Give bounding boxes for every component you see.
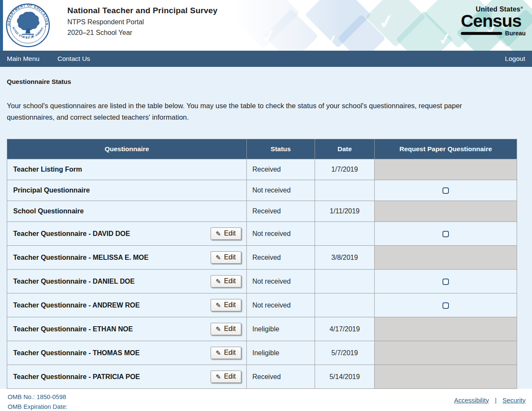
column-header-questionnaire: Questionnaire (7, 139, 247, 159)
request-paper-cell (375, 365, 517, 389)
status-value: Not received (247, 230, 315, 238)
questionnaire-name: Teacher Questionnaire - DANIEL DOE (13, 278, 135, 285)
status-value: Ineligible (247, 325, 315, 333)
questionnaire-name: Teacher Questionnaire - ETHAN NOE (13, 325, 133, 333)
nav-main-menu[interactable]: Main Menu (7, 55, 40, 63)
request-paper-cell (375, 222, 517, 246)
status-value: Received (247, 166, 315, 173)
nav-contact-us[interactable]: Contact Us (58, 55, 90, 63)
request-paper-cell (375, 317, 517, 341)
questionnaire-status-table: Questionnaire Status Date Request Paper … (7, 139, 517, 389)
edit-button[interactable]: ✎ Edit (211, 371, 241, 383)
status-value: Not received (247, 278, 315, 285)
table-row: Teacher Questionnaire - DANIEL DOE ✎ Edi… (7, 270, 517, 293)
edit-button-label: Edit (224, 277, 236, 285)
section-heading: Questionnaire Status (7, 78, 525, 85)
edit-button[interactable]: ✎ Edit (211, 299, 241, 311)
request-paper-checkbox[interactable] (442, 279, 449, 285)
request-paper-cell (375, 246, 517, 270)
edit-button-label: Edit (224, 230, 236, 237)
request-paper-checkbox[interactable] (442, 187, 449, 194)
school-year-label: 2020–21 School Year (67, 29, 217, 37)
date-value: 4/17/2019 (315, 317, 375, 341)
edit-button-label: Edit (224, 325, 236, 333)
pencil-icon: ✎ (216, 278, 221, 285)
date-value (315, 270, 375, 293)
column-header-date: Date (315, 139, 375, 159)
page-title: National Teacher and Principal Survey (67, 6, 217, 15)
questionnaire-name: Principal Questionnaire (13, 187, 90, 194)
status-value: Received (247, 254, 315, 262)
edit-button[interactable]: ✎ Edit (211, 323, 241, 335)
edit-button[interactable]: ✎ Edit (211, 251, 241, 264)
request-paper-cell (375, 201, 517, 222)
security-link[interactable]: Security (503, 397, 526, 404)
date-value: 5/7/2019 (315, 341, 375, 365)
status-value: Not received (247, 302, 315, 309)
status-value: Received (247, 373, 315, 381)
request-paper-cell (375, 270, 517, 293)
census-logo-bar (461, 32, 502, 35)
column-header-status: Status (247, 139, 315, 159)
questionnaire-name: Teacher Questionnaire - MELISSA E. MOE (13, 254, 148, 262)
date-value: 3/8/2019 (315, 246, 375, 270)
table-row: Teacher Questionnaire - ANDREW ROE ✎ Edi… (7, 293, 517, 317)
table-row: Teacher Questionnaire - MELISSA E. MOE ✎… (7, 246, 517, 270)
registered-mark: ® (520, 6, 523, 10)
request-paper-checkbox[interactable] (442, 231, 449, 237)
status-value: Not received (247, 187, 315, 194)
seal-star-right: ✦ (44, 25, 46, 28)
portal-subtitle: NTPS Respondent Portal (67, 18, 217, 26)
page-footer: OMB No.: 1850-0598 OMB Expiration Date: … (0, 389, 532, 411)
census-bureau-logo: United States® Census Bureau (461, 6, 526, 37)
edit-button[interactable]: ✎ Edit (211, 347, 241, 359)
seal-star-left: ✦ (9, 25, 12, 28)
pencil-icon: ✎ (216, 254, 221, 261)
questionnaire-name: Teacher Questionnaire - ANDREW ROE (13, 302, 140, 309)
main-navigation-bar: Main Menu Contact Us Logout (0, 51, 532, 67)
nav-logout[interactable]: Logout (505, 55, 525, 63)
date-value: 5/14/2019 (315, 365, 375, 389)
request-paper-cell (375, 159, 517, 180)
omb-number: OMB No.: 1850-0598 (8, 392, 525, 402)
edit-button[interactable]: ✎ Edit (211, 275, 241, 287)
pencil-icon: ✎ (216, 302, 221, 308)
edit-button-label: Edit (224, 373, 236, 380)
table-row: Teacher Listing Form Received 1/7/2019 (7, 159, 517, 180)
census-logo-bureau: Bureau (505, 30, 526, 37)
status-value: Ineligible (247, 349, 315, 357)
intro-paragraph: Your school's questionnaires are listed … (7, 100, 501, 123)
table-header-row: Questionnaire Status Date Request Paper … (7, 139, 517, 159)
edit-button-label: Edit (224, 301, 236, 309)
request-paper-cell (375, 341, 517, 365)
table-row: Teacher Questionnaire - ETHAN NOE ✎ Edit… (7, 317, 517, 341)
table-row: Teacher Questionnaire - THOMAS MOE ✎ Edi… (7, 341, 517, 365)
department-of-education-seal: DEPARTMENT OF EDUCATION UNITED STATES OF… (6, 3, 50, 48)
pencil-icon: ✎ (216, 374, 221, 380)
pencil-icon: ✎ (216, 230, 221, 237)
edit-button-label: Edit (224, 349, 236, 356)
main-content: Questionnaire Status Your school's quest… (0, 67, 532, 389)
questionnaire-name: Teacher Questionnaire - DAVID DOE (13, 230, 130, 238)
footer-link-separator: | (495, 397, 497, 404)
status-value: Received (247, 207, 315, 215)
request-paper-cell (375, 180, 517, 201)
census-logo-census: Census (461, 13, 526, 29)
table-row: Teacher Questionnaire - DAVID DOE ✎ Edit… (7, 222, 517, 246)
header-left-accent-bar (0, 0, 3, 51)
pencil-icon: ✎ (216, 326, 221, 332)
request-paper-checkbox[interactable] (442, 302, 449, 309)
date-value (315, 293, 375, 317)
table-row: School Questionnaire Received 1/11/2019 (7, 201, 517, 222)
date-value (315, 222, 375, 246)
pencil-icon: ✎ (216, 350, 221, 356)
table-row: Teacher Questionnaire - PATRICIA POE ✎ E… (7, 365, 517, 389)
edit-button[interactable]: ✎ Edit (211, 227, 241, 240)
date-value: 1/7/2019 (315, 159, 375, 180)
edit-button-label: Edit (224, 253, 236, 261)
accessibility-link[interactable]: Accessibility (454, 397, 489, 404)
date-value (315, 180, 375, 201)
table-row: Principal Questionnaire Not received (7, 180, 517, 201)
omb-expiration-date: OMB Expiration Date: (8, 402, 525, 411)
column-header-request-paper: Request Paper Questionnaire (375, 139, 517, 159)
